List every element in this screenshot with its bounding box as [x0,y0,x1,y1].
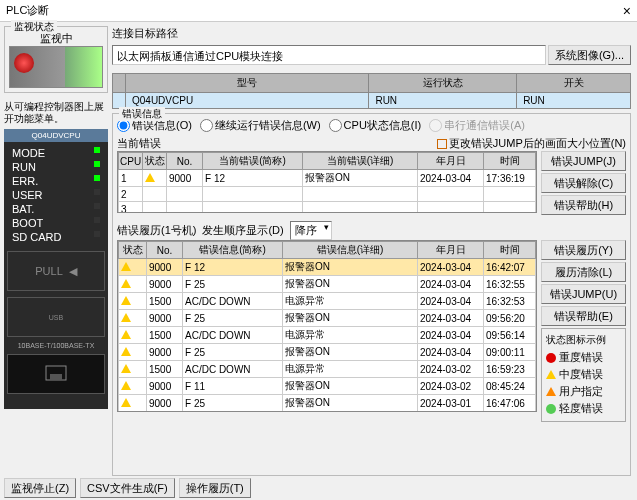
table-row[interactable]: 2 [119,187,536,202]
error-jump-button[interactable]: 错误JUMP(J) [541,151,626,171]
path-label: 连接目标路径 [112,26,631,41]
error-clear-button[interactable]: 错误解除(C) [541,173,626,193]
table-row[interactable]: 1500AC/DC DOWN电源异常2024-03-0216:59:23 [119,361,536,378]
plc-image[interactable]: Q04UDVCPU MODERUNERR.USERBAT.BOOTSD CARD… [4,129,108,409]
model-table: 型号运行状态开关 Q04UDVCPURUNRUN [112,73,631,109]
monitor-stop-button[interactable]: 监视停止(Z) [4,478,76,498]
table-row[interactable]: 9000F 25报警器ON2024-03-0409:00:11 [119,344,536,361]
table-row[interactable]: 19000F 12报警器ON2024-03-0417:36:19 [119,170,536,187]
warning-icon [121,347,131,356]
radio-continue[interactable]: 继续运行错误信息(W) [200,118,321,133]
history-clear-button[interactable]: 履历清除(L) [541,262,626,282]
current-error-table: CPU状态No.当前错误(简称)当前错误(详细)年月日时间 19000F 12报… [118,152,536,213]
hint-text: 从可编程控制器图上展开功能菜单。 [4,101,108,125]
warning-icon [121,296,131,305]
path-value: 以太网插板通信通过CPU模块连接 [112,45,546,65]
history-jump-button[interactable]: 错误JUMP(U) [541,284,626,304]
error-info-group: 错误信息 错误信息(O) 继续运行错误信息(W) CPU状态信息(I) 串行通信… [112,113,631,476]
table-row[interactable]: 9000F 25报警器ON2024-03-0116:47:06 [119,395,536,412]
monitor-status-image [9,46,103,88]
minor-error-icon [546,404,556,414]
warning-icon [121,330,131,339]
history-button[interactable]: 错误履历(Y) [541,240,626,260]
table-row[interactable]: 9000F 25报警器ON2024-03-0409:56:20 [119,310,536,327]
warning-icon [121,313,131,322]
order-select[interactable]: 降序 [290,221,332,240]
history-table: 状态No.错误信息(简称)错误信息(详细)年月日时间 9000F 12报警器ON… [118,241,536,412]
legend-group: 状态图标示例 重度错误 中度错误 用户指定 轻度错误 [541,328,626,422]
table-row[interactable]: 9000F 25报警器ON2024-03-0416:32:55 [119,276,536,293]
table-row[interactable]: 9000F 25报警器ON2024-02-2918:29:11 [119,412,536,413]
table-row[interactable]: 9000F 11报警器ON2024-03-0208:45:24 [119,378,536,395]
radio-cpu-status[interactable]: CPU状态信息(I) [329,118,422,133]
table-row[interactable]: 9000F 12报警器ON2024-03-0416:42:07 [119,259,536,276]
major-error-icon [546,353,556,363]
warning-icon [121,398,131,407]
csv-export-button[interactable]: CSV文件生成(F) [80,478,175,498]
table-row[interactable]: 1500AC/DC DOWN电源异常2024-03-0409:56:14 [119,327,536,344]
ethernet-port-icon [7,354,105,394]
user-error-icon [546,387,556,396]
system-image-button[interactable]: 系统图像(G)... [548,45,631,65]
warning-icon [121,279,131,288]
table-row[interactable]: 1500AC/DC DOWN电源异常2024-03-0416:32:53 [119,293,536,310]
error-help-button[interactable]: 错误帮助(H) [541,195,626,215]
warning-icon [121,381,131,390]
warning-icon [145,173,155,182]
warning-icon [121,364,131,373]
history-help-button[interactable]: 错误帮助(E) [541,306,626,326]
resize-checkbox[interactable]: 更改错误JUMP后的画面大小位置(N) [437,136,626,151]
close-icon[interactable]: × [623,3,631,19]
svg-rect-1 [50,374,62,380]
window-title: PLC诊断 [6,3,49,18]
mid-error-icon [546,370,556,379]
radio-serial: 串行通信错误(A) [429,118,525,133]
warning-icon [121,262,131,271]
table-row[interactable]: 3 [119,202,536,214]
monitor-status-group: 监视状态 监视中 [4,26,108,93]
operation-history-button[interactable]: 操作履历(T) [179,478,251,498]
